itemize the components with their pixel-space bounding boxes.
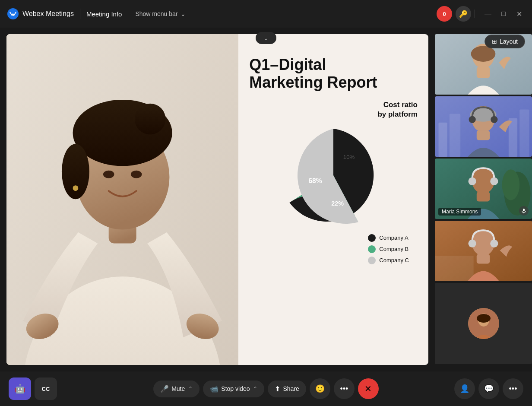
main-area: ⌄ ⊞ Layout	[0, 28, 532, 371]
participant-name-3: Maria Simmons	[438, 208, 481, 216]
window-controls: — □ ✕	[482, 8, 525, 20]
divider-1	[80, 9, 80, 19]
ai-assistant-button[interactable]: 🤖	[9, 377, 31, 400]
svg-point-43	[469, 240, 476, 247]
participant-tile-3[interactable]: Maria Simmons	[435, 159, 532, 219]
svg-rect-40	[435, 256, 474, 281]
svg-point-9	[131, 171, 142, 178]
collapse-button[interactable]: ⌄	[256, 32, 276, 44]
layout-button[interactable]: ⊞ Layout	[484, 35, 525, 48]
close-button[interactable]: ✕	[513, 8, 525, 20]
svg-point-28	[469, 116, 476, 123]
win-divider	[475, 10, 475, 18]
video-icon: 📹	[210, 385, 218, 393]
pie-chart: 68% 22% 10%	[282, 124, 385, 227]
svg-rect-21	[439, 123, 447, 157]
bottom-left-controls: 🤖 CC	[9, 377, 57, 400]
participant-tile-5[interactable]	[435, 283, 532, 364]
svg-rect-27	[477, 130, 490, 140]
meeting-info-button[interactable]: Meeting Info	[86, 10, 122, 18]
end-call-button[interactable]: ✕	[358, 378, 379, 399]
pie-chart-area: 68% 22% 10% Company A	[249, 124, 418, 352]
stop-video-button[interactable]: 📹 Stop video ⌃	[203, 381, 264, 397]
svg-point-36	[490, 178, 498, 185]
cc-button[interactable]: CC	[35, 377, 57, 400]
svg-text:22%: 22%	[331, 200, 344, 207]
svg-rect-22	[450, 114, 460, 157]
svg-text:68%: 68%	[309, 177, 322, 184]
svg-rect-24	[519, 109, 529, 157]
legend-item-b: Company B	[368, 245, 409, 253]
svg-rect-34	[477, 192, 490, 201]
more-right-button[interactable]: •••	[503, 378, 523, 399]
participant-tile-2[interactable]	[435, 96, 532, 157]
more-right-icon: •••	[509, 384, 517, 393]
participants-icon: 👤	[460, 384, 469, 393]
app-logo: Webex Meetings	[7, 8, 74, 20]
more-icon: •••	[340, 384, 348, 393]
maximize-button[interactable]: □	[497, 8, 510, 20]
legend-dot-c	[368, 257, 376, 264]
divider-2	[128, 9, 128, 19]
participants-button[interactable]: 👤	[454, 378, 475, 399]
emoji-button[interactable]: 🙂	[310, 378, 330, 399]
top-bar: Webex Meetings Meeting Info Show menu ba…	[0, 0, 532, 28]
ai-icon: 🤖	[15, 384, 25, 394]
legend-dot-a	[368, 234, 376, 242]
legend-label-b: Company B	[379, 246, 408, 252]
svg-point-47	[477, 314, 491, 323]
webex-logo-icon	[7, 8, 19, 20]
slide-person-area	[6, 34, 238, 365]
svg-point-8	[103, 171, 114, 178]
svg-point-29	[491, 116, 497, 123]
end-call-icon: ✕	[364, 384, 372, 394]
slide-container: Q1–DigitalMarketing Report Cost ratioby …	[6, 34, 428, 365]
svg-rect-19	[477, 67, 490, 78]
share-icon: ⬆	[275, 385, 280, 393]
video-chevron-icon: ⌃	[253, 386, 257, 392]
bottom-controls: 🤖 CC 🎤 Mute ⌃ 📹 Stop video ⌃ ⬆ Share 🙂 •…	[0, 371, 532, 406]
emoji-icon: 🙂	[315, 384, 325, 393]
presenter-photo	[6, 34, 238, 365]
show-menu-button[interactable]: Show menu bar ⌄	[135, 10, 185, 17]
layout-icon: ⊞	[492, 38, 497, 45]
mute-chevron-icon: ⌃	[188, 386, 193, 392]
slide-chart-area: Q1–DigitalMarketing Report Cost ratioby …	[238, 34, 428, 365]
chart-title: Cost ratioby platform	[377, 100, 418, 119]
svg-point-35	[469, 178, 476, 185]
participant-mic-icon-3	[519, 206, 529, 216]
more-options-button[interactable]: •••	[334, 378, 355, 399]
legend-label-c: Company C	[379, 257, 409, 263]
svg-point-12	[73, 185, 79, 191]
slide-title: Q1–DigitalMarketing Report	[249, 56, 418, 92]
minimize-button[interactable]: —	[482, 8, 494, 20]
mute-label: Mute	[171, 385, 185, 392]
show-menu-label: Show menu bar	[135, 10, 177, 17]
bottom-right-controls: 👤 💬 •••	[454, 378, 523, 399]
share-button[interactable]: ⬆ Share	[268, 381, 306, 397]
layout-label: Layout	[500, 38, 518, 45]
top-bar-right: 0 🔑 — □ ✕	[437, 6, 525, 22]
key-button[interactable]: 🔑	[456, 6, 471, 22]
share-label: Share	[283, 385, 299, 392]
chat-button[interactable]: 💬	[478, 378, 499, 399]
participant-tile-4[interactable]	[435, 221, 532, 281]
legend-label-a: Company A	[379, 235, 408, 241]
legend-dot-b	[368, 245, 376, 253]
legend-item-c: Company C	[368, 257, 409, 264]
legend-item-a: Company A	[368, 234, 409, 242]
stop-video-label: Stop video	[221, 385, 250, 392]
mute-icon: 🎤	[160, 385, 169, 393]
slide-content: Q1–DigitalMarketing Report Cost ratioby …	[6, 34, 428, 365]
app-name-label: Webex Meetings	[22, 10, 74, 18]
presentation-area: Q1–DigitalMarketing Report Cost ratioby …	[0, 28, 435, 371]
chart-legend: Company A Company B Company C	[368, 234, 409, 264]
notification-badge[interactable]: 0	[437, 6, 452, 22]
svg-point-32	[502, 169, 520, 200]
chat-icon: 💬	[484, 384, 494, 393]
chevron-down-icon: ⌄	[263, 35, 269, 41]
svg-point-44	[490, 240, 498, 247]
svg-text:10%: 10%	[343, 154, 355, 160]
mute-button[interactable]: 🎤 Mute ⌃	[153, 381, 200, 397]
avatar-circle-5	[468, 308, 499, 339]
